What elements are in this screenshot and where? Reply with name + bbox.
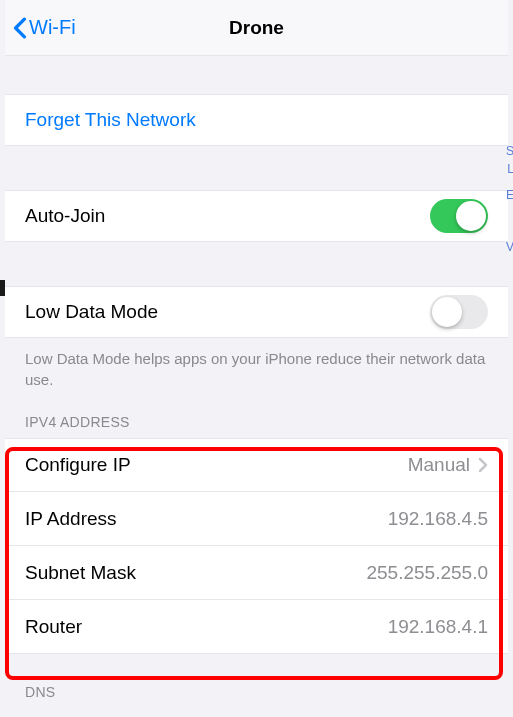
auto-join-toggle[interactable] (430, 199, 488, 233)
configure-ip-row[interactable]: Configure IP Manual (5, 438, 508, 492)
toggle-knob (456, 201, 486, 231)
router-row: Router 192.168.4.1 (5, 600, 508, 654)
edge-letter: L (507, 162, 513, 176)
background-edge (0, 280, 5, 296)
ip-address-value: 192.168.4.5 (388, 508, 488, 530)
ipv4-group: Configure IP Manual IP Address 192.168.4… (5, 438, 508, 654)
low-data-mode-label: Low Data Mode (25, 301, 158, 323)
configure-ip-value: Manual (408, 454, 470, 476)
low-data-mode-row: Low Data Mode (5, 286, 508, 338)
configure-ip-label: Configure IP (25, 454, 131, 476)
navbar: Wi-Fi Drone (5, 0, 508, 56)
low-data-mode-footer: Low Data Mode helps apps on your iPhone … (5, 338, 508, 390)
router-label: Router (25, 616, 82, 638)
configure-ip-detail: Manual (408, 454, 488, 476)
page-title: Drone (229, 17, 284, 39)
router-value: 192.168.4.1 (388, 616, 488, 638)
subnet-mask-row: Subnet Mask 255.255.255.0 (5, 546, 508, 600)
ipv4-header: IPV4 ADDRESS (5, 414, 508, 438)
auto-join-label: Auto-Join (25, 205, 105, 227)
auto-join-row: Auto-Join (5, 190, 508, 242)
ip-address-label: IP Address (25, 508, 117, 530)
subnet-mask-value: 255.255.255.0 (366, 562, 488, 584)
chevron-right-icon (478, 457, 488, 473)
back-label: Wi-Fi (29, 16, 76, 39)
low-data-mode-toggle[interactable] (430, 295, 488, 329)
forget-network-button[interactable]: Forget This Network (5, 94, 508, 146)
chevron-left-icon (13, 17, 27, 39)
forget-network-label: Forget This Network (25, 109, 196, 131)
back-button[interactable]: Wi-Fi (13, 16, 76, 39)
subnet-mask-label: Subnet Mask (25, 562, 136, 584)
ip-address-row: IP Address 192.168.4.5 (5, 492, 508, 546)
toggle-knob (432, 297, 462, 327)
dns-header: DNS (5, 684, 508, 700)
